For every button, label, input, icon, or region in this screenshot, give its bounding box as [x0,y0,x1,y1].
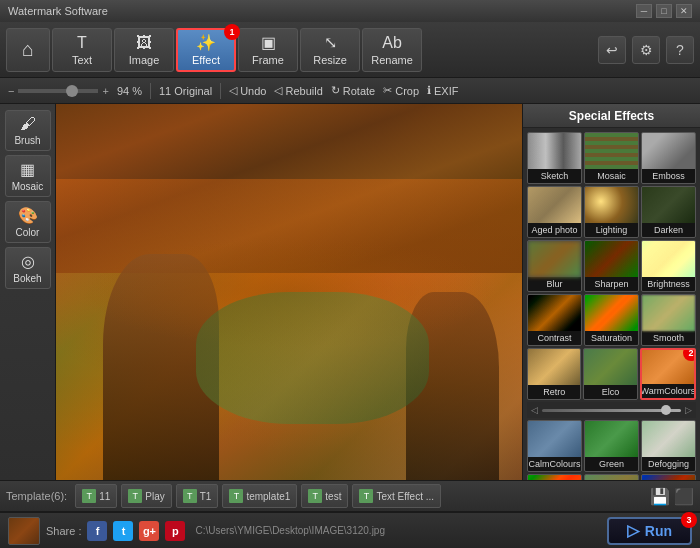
foliage [196,292,429,424]
template-item-play-label: Play [145,491,164,502]
maximize-button[interactable]: □ [656,4,672,18]
rebuild-button[interactable]: ◁ Rebuild [274,84,322,97]
effect-thumb-smooth [642,295,695,331]
run-button[interactable]: ▷ Run 3 [607,517,692,545]
effect-label-saturation: Saturation [585,331,638,345]
settings-button[interactable]: ⚙ [632,36,660,64]
effect-label-sketch: Sketch [528,169,581,183]
template-save-btn[interactable]: 💾 [650,487,670,506]
zoom-in-icon[interactable]: + [102,85,108,97]
resize-tool-label: Resize [313,54,347,66]
template-item-t1-label: T1 [200,491,212,502]
effect-blur[interactable]: Blur [527,240,582,292]
template-item-test[interactable]: T test [301,484,348,508]
run-badge: 3 [681,512,697,528]
effect-thumb-retro [528,349,580,385]
frame-tool-label: Frame [252,54,284,66]
effect-slider-row: ◁ ▷ [527,402,696,418]
color-icon: 🎨 [18,206,38,225]
effect-thumb-elco [584,349,636,385]
effects-row-1: Sketch Mosaic Emboss [527,132,696,184]
facebook-button[interactable]: f [87,521,107,541]
right-panel-title: Special Effects [523,104,700,128]
bokeh-label: Bokeh [13,273,41,284]
help-button[interactable]: ? [666,36,694,64]
effect-label-calmcolors: CalmColours [528,457,581,471]
slider-max-label: ▷ [685,405,692,415]
bokeh-tool[interactable]: ◎ Bokeh [5,247,51,289]
title-bar: Watermark Software ─ □ ✕ [0,0,700,22]
effect-sharpen[interactable]: Sharpen [584,240,639,292]
effect-brightness[interactable]: Brightness [641,240,696,292]
effect-label-brightness: Brightness [642,277,695,291]
effect-slider-thumb[interactable] [661,405,671,415]
template-export-btn[interactable]: ⬛ [674,487,694,506]
brush-tool[interactable]: 🖌 Brush [5,110,51,151]
zoom-out-icon[interactable]: − [8,85,14,97]
effects-row-6: CalmColours Green Defogging [527,420,696,472]
text-icon: T [77,34,87,52]
close-button[interactable]: ✕ [676,4,692,18]
template-item-texteffect[interactable]: T Text Effect ... [352,484,441,508]
effect-mosaic[interactable]: Mosaic [584,132,639,184]
minimize-button[interactable]: ─ [636,4,652,18]
image-tool-button[interactable]: 🖼 Image [114,28,174,72]
crop-button[interactable]: ✂ Crop [383,84,419,97]
effect-warmcolors[interactable]: WarmColours 2 [640,348,696,400]
effect-thumb-aged [528,187,581,223]
twitter-button[interactable]: t [113,521,133,541]
text-tool-button[interactable]: T Text [52,28,112,72]
effect-calmcolors[interactable]: CalmColours [527,420,582,472]
effect-slider[interactable] [542,409,681,412]
template-item-play[interactable]: T Play [121,484,171,508]
effect-darken[interactable]: Darken [641,186,696,238]
effect-thumb-emphasize [642,475,695,480]
effect-elco[interactable]: Elco [583,348,637,400]
undo-button[interactable]: ◁ Undo [229,84,266,97]
effect-thumb-green [585,421,638,457]
effect-label-defogging: Defogging [642,457,695,471]
effect-aged-photo[interactable]: Aged photo [527,186,582,238]
zoom-slider[interactable] [18,89,98,93]
effect-tool-label: Effect [192,54,220,66]
effect-thumb-blur [528,241,581,277]
googleplus-button[interactable]: g+ [139,521,159,541]
undo-toolbar-button[interactable]: ↩ [598,36,626,64]
effect-green[interactable]: Green [584,420,639,472]
effect-thumb-colorcorrection [585,475,638,480]
home-button[interactable]: ⌂ [6,28,50,72]
effect-sketch[interactable]: Sketch [527,132,582,184]
effect-contrast[interactable]: Contrast [527,294,582,346]
zoom-percent: 94 % [117,85,142,97]
template-item-11[interactable]: T 11 [75,484,117,508]
effect-saturation[interactable]: Saturation [584,294,639,346]
effect-defogging[interactable]: Defogging [641,420,696,472]
mosaic-tool[interactable]: ▦ Mosaic [5,155,51,197]
effect-lighting[interactable]: Lighting [584,186,639,238]
color-tool[interactable]: 🎨 Color [5,201,51,243]
template-item-t1[interactable]: T T1 [176,484,219,508]
effect-emboss[interactable]: Emboss [641,132,696,184]
zoom-slider-thumb[interactable] [66,85,78,97]
effect-retro[interactable]: Retro [527,348,581,400]
frame-tool-button[interactable]: ▣ Frame [238,28,298,72]
pinterest-button[interactable]: p [165,521,185,541]
rotate-button[interactable]: ↻ Rotate [331,84,375,97]
secondary-toolbar: − + 94 % 11 Original ◁ Undo ◁ Rebuild ↻ … [0,78,700,104]
resize-tool-button[interactable]: ⤡ Resize [300,28,360,72]
template-item-template1[interactable]: T template1 [222,484,297,508]
rename-icon: Ab [382,34,402,52]
effect-emphasize[interactable]: Emphasize [641,474,696,480]
effect-colorcorrection[interactable]: ColorCorrection [584,474,639,480]
run-icon: ▷ [627,521,639,540]
template-icon-play: T [128,489,142,503]
rename-tool-button[interactable]: Ab Rename [362,28,422,72]
effect-thumb-brightness [642,241,695,277]
effect-enhancecolor[interactable]: EnhanceColor [527,474,582,480]
effect-tool-button[interactable]: ✨ Effect 1 [176,28,236,72]
effect-thumb-emboss [642,133,695,169]
template-icon-t1: T [183,489,197,503]
exif-button[interactable]: ℹ EXIF [427,84,458,97]
canvas-area[interactable] [56,104,522,480]
effect-smooth[interactable]: Smooth [641,294,696,346]
